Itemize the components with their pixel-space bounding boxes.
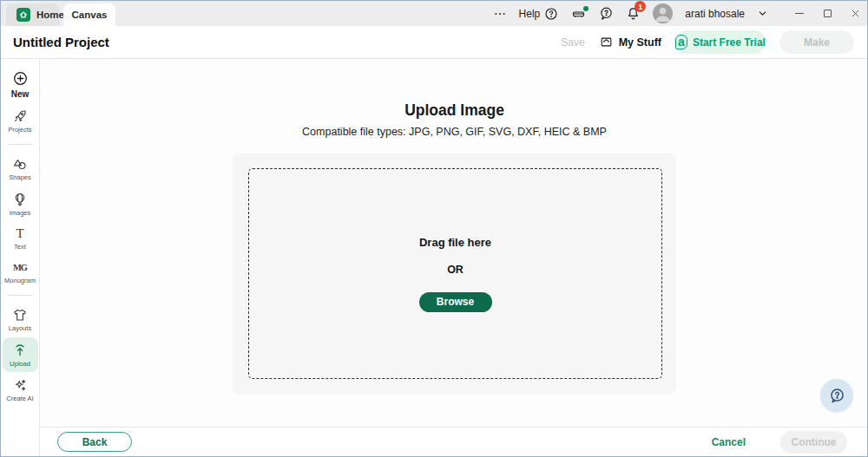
sidebar-item-label: Layouts	[9, 325, 31, 332]
letter-t-icon: T	[16, 226, 23, 241]
tshirt-icon	[12, 307, 28, 323]
tab-home[interactable]: Home	[6, 3, 60, 26]
start-free-trial-label: Start Free Trial	[693, 36, 766, 49]
cancel-button[interactable]: Cancel	[712, 436, 746, 448]
help-fab[interactable]	[820, 379, 853, 412]
sidebar-item-label: Text	[14, 244, 26, 251]
upload-arrow-icon	[12, 343, 28, 358]
sidebar-item-label: Projects	[8, 127, 31, 134]
monogram-icon: MG	[13, 260, 27, 275]
shapes-icon	[12, 156, 28, 172]
help-label: Help	[519, 8, 541, 20]
sidebar: New Projects Shapes Images T Text MG Mon…	[1, 59, 40, 456]
my-stuff-label: My Stuff	[619, 36, 661, 49]
sidebar-item-projects[interactable]: Projects	[3, 103, 38, 138]
sidebar-item-new[interactable]: New	[3, 65, 38, 103]
save-button[interactable]: Save	[561, 36, 584, 49]
sidebar-divider	[8, 295, 33, 296]
sparkles-icon	[12, 377, 28, 393]
account-chevron-down-icon[interactable]	[757, 8, 768, 19]
continue-button[interactable]: Continue	[780, 431, 847, 454]
sidebar-item-text[interactable]: T Text	[3, 221, 38, 255]
overflow-menu-icon[interactable]	[493, 7, 507, 21]
upload-panel: Drag file here OR Browse	[233, 153, 676, 395]
feedback-chat-icon[interactable]	[599, 6, 614, 21]
sidebar-item-label: New	[11, 89, 30, 99]
file-dropzone[interactable]: Drag file here OR Browse	[248, 168, 662, 379]
avatar[interactable]	[653, 3, 673, 23]
close-icon[interactable]	[850, 9, 860, 19]
sidebar-item-upload[interactable]: Upload	[3, 337, 38, 372]
or-label: OR	[447, 264, 464, 276]
sidebar-item-layouts[interactable]: Layouts	[3, 302, 38, 336]
tab-canvas[interactable]: Canvas	[63, 3, 115, 26]
machine-online-dot	[583, 6, 589, 11]
rocket-icon	[12, 108, 28, 124]
project-title: Untitled Project	[13, 35, 109, 49]
make-button[interactable]: Make	[779, 30, 854, 54]
tab-canvas-label: Canvas	[72, 10, 108, 20]
user-name: arati bhosale	[685, 8, 745, 20]
notifications-bell-icon[interactable]: 1	[626, 6, 641, 21]
machine-status-icon[interactable]	[570, 7, 587, 21]
help-circle-icon	[544, 7, 558, 21]
sidebar-item-images[interactable]: Images	[3, 186, 38, 221]
project-header: Untitled Project Save My Stuff a Start F…	[1, 26, 867, 59]
window-controls	[794, 9, 860, 19]
envelope-icon	[599, 36, 614, 49]
help-menu[interactable]: Help	[519, 7, 559, 21]
sidebar-item-create-ai[interactable]: Create AI	[3, 372, 38, 407]
top-tab-bar: Home Canvas Help 1	[1, 1, 867, 26]
help-bubble-icon	[828, 387, 846, 405]
cricut-home-icon	[16, 8, 30, 22]
compatible-file-types: Compatible file types: JPG, PNG, GIF, SV…	[233, 126, 676, 138]
page-title: Upload Image	[233, 101, 676, 120]
footer-bar: Back Cancel Continue	[40, 427, 867, 456]
browse-button[interactable]: Browse	[419, 292, 492, 312]
minimize-icon[interactable]	[794, 9, 805, 19]
my-stuff-button[interactable]: My Stuff	[599, 36, 661, 49]
upload-page: Upload Image Compatible file types: JPG,…	[40, 59, 867, 427]
sidebar-item-shapes[interactable]: Shapes	[3, 151, 38, 186]
access-icon: a	[675, 35, 687, 49]
notification-badge: 1	[635, 1, 646, 12]
app-window: Home Canvas Help 1	[0, 0, 868, 457]
sidebar-divider	[8, 144, 33, 145]
start-free-trial-button[interactable]: a Start Free Trial	[675, 30, 766, 54]
sidebar-item-label: Shapes	[9, 174, 30, 181]
balloon-icon	[12, 192, 28, 207]
tab-home-label: Home	[36, 10, 64, 20]
sidebar-item-label: Create AI	[6, 395, 33, 402]
sidebar-item-label: Images	[10, 210, 31, 217]
back-button[interactable]: Back	[57, 432, 132, 452]
sidebar-item-label: Monogram	[4, 277, 36, 284]
sidebar-item-monogram[interactable]: MG Monogram	[3, 255, 38, 289]
plus-circle-icon	[12, 70, 29, 87]
sidebar-item-label: Upload	[10, 361, 30, 368]
maximize-icon[interactable]	[822, 9, 832, 19]
drag-file-label: Drag file here	[419, 236, 491, 249]
